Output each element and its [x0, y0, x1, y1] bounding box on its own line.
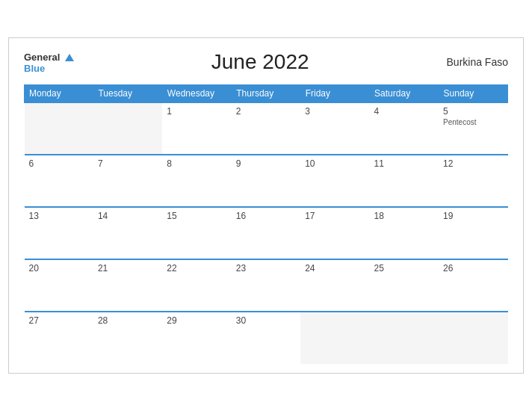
day-number: 11: [374, 158, 434, 169]
day-number: 14: [98, 211, 158, 221]
logo-area: General Blue: [24, 50, 74, 74]
table-row: 4: [370, 102, 439, 155]
table-row: 1: [162, 102, 231, 155]
table-row: 18: [370, 207, 439, 259]
table-row: [300, 312, 369, 364]
calendar-week-row: 27282930: [25, 312, 508, 364]
calendar-week-row: 13141516171819: [25, 207, 508, 259]
calendar-header: General Blue June 2022 Burkina Faso: [24, 50, 508, 74]
day-number: 24: [305, 263, 365, 274]
table-row: 14: [93, 207, 162, 259]
day-number: 25: [374, 263, 434, 274]
day-number: 22: [167, 263, 226, 274]
calendar-week-row: 12345Pentecost: [25, 102, 508, 155]
table-row: [439, 312, 507, 364]
day-number: 16: [236, 211, 296, 221]
table-row: 21: [93, 259, 162, 312]
day-number: 6: [29, 158, 89, 169]
col-monday: Monday: [25, 85, 93, 103]
table-row: 7: [93, 155, 162, 207]
table-row: 26: [439, 259, 507, 312]
logo-general: General: [24, 50, 74, 64]
table-row: 24: [300, 259, 369, 312]
calendar-header-row: Monday Tuesday Wednesday Thursday Friday…: [25, 85, 508, 103]
country-label: Burkina Faso: [447, 56, 508, 68]
logo-triangle-icon: [65, 54, 74, 61]
day-number: 18: [374, 211, 434, 221]
col-sunday: Sunday: [439, 85, 507, 103]
table-row: 6: [25, 155, 93, 207]
table-row: 10: [300, 155, 369, 207]
table-row: 9: [232, 155, 300, 207]
day-number: 12: [443, 158, 503, 169]
calendar-grid: Monday Tuesday Wednesday Thursday Friday…: [24, 84, 508, 364]
col-saturday: Saturday: [370, 85, 439, 103]
day-number: 26: [443, 263, 503, 274]
table-row: [25, 102, 93, 155]
day-number: 13: [29, 211, 89, 221]
day-number: 19: [443, 211, 503, 221]
col-wednesday: Wednesday: [162, 85, 231, 103]
table-row: 25: [370, 259, 439, 312]
table-row: 19: [439, 207, 507, 259]
table-row: [93, 102, 162, 155]
day-number: 21: [98, 263, 158, 274]
calendar-container: General Blue June 2022 Burkina Faso Mond…: [8, 37, 524, 374]
table-row: 12: [439, 155, 507, 207]
day-number: 2: [236, 106, 296, 117]
table-row: 16: [232, 207, 300, 259]
table-row: [370, 312, 439, 364]
day-number: 3: [305, 106, 365, 117]
day-number: 28: [98, 315, 158, 326]
day-number: 5: [443, 106, 503, 117]
day-number: 15: [167, 211, 226, 221]
table-row: 15: [162, 207, 231, 259]
day-number: 17: [305, 211, 365, 221]
day-number: 30: [236, 315, 296, 326]
table-row: 8: [162, 155, 231, 207]
table-row: 29: [162, 312, 231, 364]
table-row: 22: [162, 259, 231, 312]
event-label: Pentecost: [443, 118, 503, 126]
day-number: 20: [29, 263, 89, 274]
table-row: 3: [300, 102, 369, 155]
day-number: 23: [236, 263, 296, 274]
table-row: 11: [370, 155, 439, 207]
table-row: 20: [25, 259, 93, 312]
table-row: 5Pentecost: [439, 102, 507, 155]
col-friday: Friday: [300, 85, 369, 103]
day-number: 10: [305, 158, 365, 169]
table-row: 13: [25, 207, 93, 259]
day-number: 4: [374, 106, 434, 117]
table-row: 27: [25, 312, 93, 364]
col-tuesday: Tuesday: [93, 85, 162, 103]
day-number: 7: [98, 158, 158, 169]
day-number: 8: [167, 158, 226, 169]
table-row: 2: [232, 102, 300, 155]
day-number: 9: [236, 158, 296, 169]
page-title: June 2022: [74, 50, 447, 74]
day-number: 29: [167, 315, 226, 326]
calendar-week-row: 20212223242526: [25, 259, 508, 312]
table-row: 17: [300, 207, 369, 259]
day-number: 27: [29, 315, 89, 326]
table-row: 23: [232, 259, 300, 312]
logo-blue: Blue: [24, 64, 45, 74]
calendar-week-row: 6789101112: [25, 155, 508, 207]
col-thursday: Thursday: [232, 85, 300, 103]
table-row: 28: [93, 312, 162, 364]
table-row: 30: [232, 312, 300, 364]
day-number: 1: [167, 106, 226, 117]
